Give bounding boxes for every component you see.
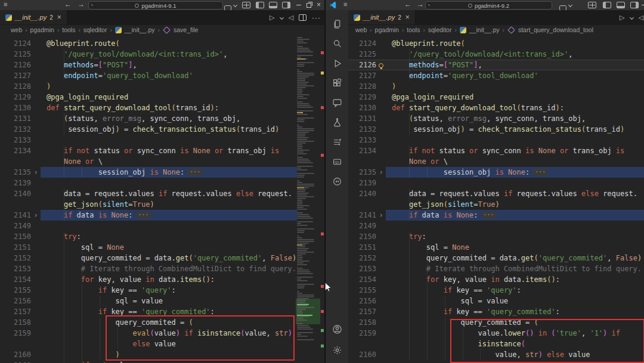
code-line[interactable]: 2141› if data is None:···	[348, 210, 644, 221]
breadcrumb-item[interactable]: __init__.py	[125, 26, 155, 33]
line-number[interactable]: 2133	[0, 135, 31, 145]
line-number[interactable]: 2128	[0, 81, 31, 92]
back-icon[interactable]: ←	[64, 0, 72, 8]
line-number[interactable]: 2157	[348, 306, 376, 317]
line-number[interactable]: 2128	[348, 81, 376, 92]
testing-icon[interactable]	[326, 113, 348, 132]
code-text[interactable]: '/query_tool/download/<int:trans_id>',	[386, 49, 644, 60]
line-number[interactable]: 2131	[348, 113, 376, 124]
code-line[interactable]: 2153 # Iterate through CombinedMultiDict…	[0, 263, 297, 274]
code-line[interactable]: 2140 data = request.values if request.va…	[0, 188, 297, 199]
folded-code-ellipsis[interactable]: ···	[188, 169, 202, 176]
line-number[interactable]: 2135	[0, 167, 31, 178]
line-number[interactable]: 2153	[0, 263, 31, 274]
code-text[interactable]: get_json(silent=True)	[41, 199, 297, 210]
code-text[interactable]: # Iterate through CombinedMultiDict to f…	[41, 263, 297, 274]
line-number[interactable]: 2134	[0, 145, 31, 156]
code-text[interactable]: # Iterate through CombinedMultiDict to f…	[386, 263, 644, 274]
search-icon[interactable]	[326, 34, 348, 54]
line-number[interactable]	[0, 339, 31, 349]
list-icon[interactable]	[326, 132, 348, 152]
code-line[interactable]: 2140 data = request.values if request.va…	[348, 188, 644, 199]
code-line[interactable]: 2153 # Iterate through CombinedMultiDict…	[348, 263, 644, 274]
folded-code-ellipsis[interactable]: ···	[482, 212, 496, 219]
line-number[interactable]: 2157	[0, 306, 31, 317]
run-button[interactable]: ▷	[270, 14, 274, 21]
line-number[interactable]: 2154	[348, 274, 376, 285]
breadcrumb-item[interactable]: sqleditor	[83, 26, 107, 33]
line-number[interactable]: 2158	[0, 317, 31, 328]
code-text[interactable]: if not status or sync_conn is None or tr…	[41, 145, 297, 156]
code-text[interactable]: )	[41, 81, 297, 92]
code-line[interactable]: 2126 methods=["POST"],	[348, 60, 644, 70]
code-line[interactable]: 2135› session_obj is None:···	[348, 167, 644, 178]
code-text[interactable]: if data is None:···	[41, 210, 297, 221]
fold-arrow-icon[interactable]: ›	[31, 167, 41, 178]
code-text[interactable]	[386, 178, 644, 188]
customize-layout-icon[interactable]	[242, 2, 250, 8]
code-text[interactable]: data = request.values if request.values …	[41, 188, 297, 199]
line-number[interactable]: 2158	[348, 317, 376, 328]
code-line[interactable]: 2160 value, str) else value	[348, 349, 644, 360]
code-line[interactable]: 2124@blueprint.route(	[0, 38, 297, 49]
line-number[interactable]: 2151	[0, 242, 31, 253]
code-line[interactable]: 2149	[0, 221, 297, 231]
code-line[interactable]: 2149	[348, 221, 644, 231]
code-text[interactable]: endpoint='query_tool_download'	[41, 70, 297, 81]
line-number[interactable]: 2125	[0, 49, 31, 60]
code-text[interactable]: sql = value	[41, 296, 297, 306]
code-text[interactable]: if data is None:···	[386, 210, 644, 221]
run-dropdown-icon[interactable]	[629, 15, 633, 20]
line-number[interactable]: 2126	[348, 60, 376, 70]
line-number[interactable]: 2155	[348, 285, 376, 296]
code-line[interactable]: 2150 try:	[348, 231, 644, 242]
code-line[interactable]: get_json(silent=True)	[0, 199, 297, 210]
line-number[interactable]: 2156	[348, 296, 376, 306]
code-line[interactable]: 2127 endpoint='query_tool_download'	[348, 70, 644, 81]
code-text[interactable]: if key == 'query_commited':	[41, 306, 297, 317]
breadcrumb-item[interactable]: tools	[62, 26, 75, 33]
code-text[interactable]: session_obj is None:···	[386, 167, 644, 178]
line-number[interactable]: 2161	[0, 360, 31, 363]
code-text[interactable]: eval(value) if isinstance(value, str)	[41, 328, 297, 339]
code-text[interactable]: query_commited = data.get('query_commite…	[386, 253, 644, 263]
line-number[interactable]: 2160	[0, 349, 31, 360]
breadcrumb-item[interactable]: sqleditor	[428, 26, 452, 33]
code-text[interactable]: query_commited = data.get('query_commite…	[41, 253, 297, 263]
robot-icon[interactable]	[326, 172, 348, 191]
code-line[interactable]: 2154 for key, value in data.items():	[348, 274, 644, 285]
code-line[interactable]: 2128)	[0, 81, 297, 92]
line-number[interactable]: 2155	[0, 285, 31, 296]
code-text[interactable]: (status, error_msg, sync_conn, trans_obj…	[386, 113, 644, 124]
codeql-icon[interactable]: QL	[326, 152, 348, 172]
tab-close-icon[interactable]: ×	[405, 13, 410, 21]
code-text[interactable]	[41, 221, 297, 231]
toggle-panel-icon[interactable]	[269, 2, 277, 8]
code-line[interactable]: 2152 query_commited = data.get('query_co…	[348, 253, 644, 263]
code-line[interactable]: 2158 query_commited = (	[348, 317, 644, 328]
code-text[interactable]: get_json(silent=True)	[386, 199, 644, 210]
code-text[interactable]: data = request.values if request.values …	[386, 188, 644, 199]
code-line[interactable]: 2154 for key, value in data.items():	[0, 274, 297, 285]
code-text[interactable]: def start_query_download_tool(trans_id):	[386, 103, 644, 113]
editor-right[interactable]: 2124@blueprint.route(2125 '/query_tool/d…	[348, 35, 644, 363]
open-changes-icon[interactable]: ◁	[289, 14, 293, 21]
line-number[interactable]: 2135	[348, 167, 376, 178]
code-text[interactable]: if key == 'query':	[41, 285, 297, 296]
breadcrumb[interactable]: web›pgadmin›tools›sqleditor›__init__.py›…	[348, 25, 644, 35]
run-button[interactable]: ▷	[620, 14, 624, 21]
toggle-sidebar-icon[interactable]	[256, 2, 264, 8]
line-number[interactable]: 2132	[348, 124, 376, 135]
code-line[interactable]: 2151 sql = None	[348, 242, 644, 253]
line-number[interactable]: 2150	[0, 231, 31, 242]
breadcrumb-item[interactable]: tools	[407, 26, 420, 33]
code-line[interactable]: 2161 if not sql:	[0, 360, 297, 363]
code-text[interactable]: value.lower() in ('true', '1') if	[386, 328, 644, 339]
code-line[interactable]: 2125 '/query_tool/download/<int:trans_id…	[348, 49, 644, 60]
line-number[interactable]: 2149	[0, 221, 31, 231]
line-number[interactable]: 2124	[0, 38, 31, 49]
code-line[interactable]: 2134 if not status or sync_conn is None …	[348, 145, 644, 156]
line-number[interactable]: 2131	[0, 113, 31, 124]
code-line[interactable]: 2156 sql = value	[348, 296, 644, 306]
code-line[interactable]: 2130def start_query_download_tool(trans_…	[0, 103, 297, 113]
